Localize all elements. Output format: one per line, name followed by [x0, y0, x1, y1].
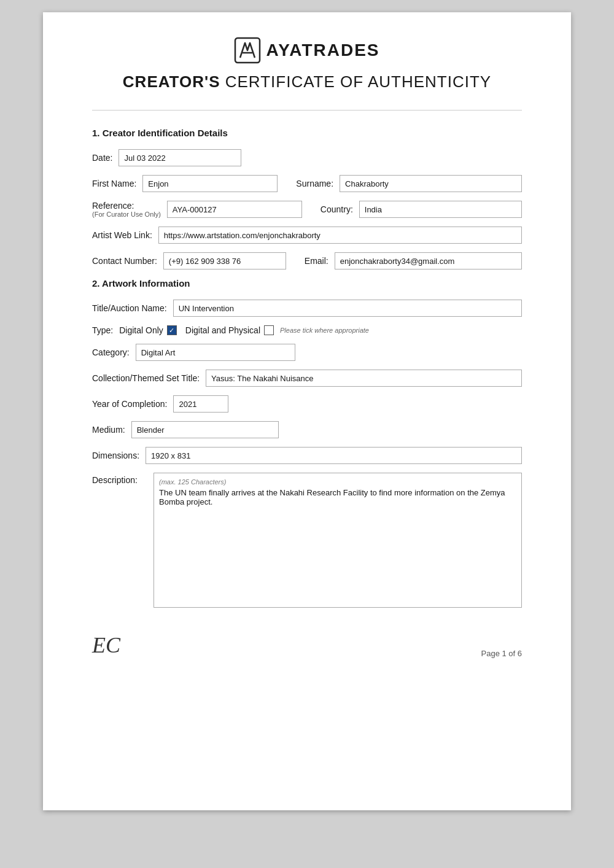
- year-input[interactable]: [173, 395, 228, 413]
- digital-physical-label: Digital and Physical: [185, 325, 260, 335]
- surname-label: Surname:: [296, 179, 333, 188]
- type-label: Type:: [92, 325, 113, 335]
- contact-input[interactable]: [163, 252, 286, 269]
- reference-sublabel: (For Curator Use Only): [92, 211, 161, 218]
- web-label: Artist Web Link:: [92, 230, 152, 240]
- description-area: Description: (max. 125 Characters) The U…: [92, 473, 522, 608]
- title-label: Title/Auction Name:: [92, 303, 167, 313]
- section-creator-id: 1. Creator Identification Details Date: …: [92, 128, 522, 269]
- section2-title: 2. Artwork Information: [92, 278, 522, 289]
- dimensions-input[interactable]: [146, 447, 522, 464]
- country-label: Country:: [321, 204, 353, 214]
- header: AYATRADES CREATOR'S CERTIFICATE OF AUTHE…: [92, 37, 522, 91]
- category-input[interactable]: [136, 344, 295, 361]
- country-input[interactable]: [359, 201, 522, 218]
- medium-input[interactable]: [131, 421, 279, 438]
- date-input[interactable]: [119, 149, 241, 166]
- firstname-input[interactable]: [142, 175, 278, 192]
- header-divider: [92, 110, 522, 110]
- signature: EC: [92, 632, 120, 658]
- please-tick-note: Please tick where appropriate: [280, 327, 369, 334]
- page-number: Page 1 of 6: [481, 649, 523, 658]
- date-label: Date:: [92, 153, 112, 163]
- web-input[interactable]: [158, 227, 522, 244]
- digital-only-checkbox[interactable]: ✓: [167, 325, 177, 335]
- date-row: Date:: [92, 149, 522, 166]
- description-row: Description: (max. 125 Characters) The U…: [92, 473, 522, 608]
- section-artwork-info: 2. Artwork Information Title/Auction Nam…: [92, 278, 522, 608]
- digital-physical-checkbox[interactable]: [264, 325, 274, 335]
- logo-text: AYATRADES: [266, 41, 379, 60]
- year-row: Year of Completion:: [92, 395, 522, 413]
- section1-title: 1. Creator Identification Details: [92, 128, 522, 138]
- dimensions-row: Dimensions:: [92, 447, 522, 464]
- category-row: Category:: [92, 344, 522, 361]
- certificate-page: AYATRADES CREATOR'S CERTIFICATE OF AUTHE…: [43, 12, 571, 810]
- name-row: First Name: Surname:: [92, 175, 522, 192]
- year-label: Year of Completion:: [92, 399, 167, 409]
- dimensions-label: Dimensions:: [92, 451, 139, 460]
- collection-input[interactable]: [206, 370, 522, 387]
- category-label: Category:: [92, 347, 130, 357]
- firstname-label: First Name:: [92, 179, 136, 188]
- web-row: Artist Web Link:: [92, 227, 522, 244]
- digital-only-label: Digital Only: [119, 325, 163, 335]
- medium-row: Medium:: [92, 421, 522, 438]
- page-title: CREATOR'S CERTIFICATE OF AUTHENTICITY: [92, 72, 522, 91]
- type-row: Type: Digital Only ✓ Digital and Physica…: [92, 325, 522, 335]
- contact-label: Contact Number:: [92, 256, 157, 266]
- description-label: Description:: [92, 473, 147, 485]
- medium-label: Medium:: [92, 425, 125, 435]
- description-max-note: (max. 125 Characters): [159, 478, 516, 486]
- email-input[interactable]: [335, 252, 522, 269]
- reference-input[interactable]: [167, 201, 302, 218]
- description-text: The UN team finally arrives at the Nakah…: [159, 488, 516, 506]
- collection-row: Collection/Themed Set Title:: [92, 370, 522, 387]
- title-row: Title/Auction Name:: [92, 300, 522, 317]
- reference-row: Reference: (For Curator Use Only) Countr…: [92, 201, 522, 218]
- title-input[interactable]: [173, 300, 522, 317]
- logo-area: AYATRADES: [92, 37, 522, 64]
- page-footer: EC Page 1 of 6: [92, 626, 522, 658]
- contact-row: Contact Number: Email:: [92, 252, 522, 269]
- email-label: Email:: [305, 256, 328, 266]
- logo-icon: [234, 37, 261, 64]
- reference-label: Reference:: [92, 201, 161, 211]
- description-box: (max. 125 Characters) The UN team finall…: [154, 473, 522, 608]
- surname-input[interactable]: [340, 175, 522, 192]
- reference-label-stack: Reference: (For Curator Use Only): [92, 201, 161, 218]
- collection-label: Collection/Themed Set Title:: [92, 373, 200, 383]
